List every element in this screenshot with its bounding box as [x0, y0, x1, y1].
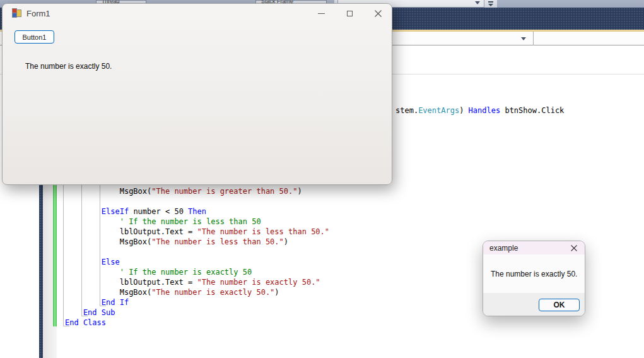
minimize-icon: [318, 13, 325, 14]
code-line: End If: [65, 297, 329, 307]
code-line: End Sub: [65, 307, 329, 318]
ok-button[interactable]: OK: [539, 299, 580, 311]
code-line: MsgBox("The number is less than 50."): [65, 237, 329, 247]
code-line: ' If the number is less than 50: [65, 217, 329, 227]
form-title: Form1: [26, 9, 50, 18]
maximize-icon: [347, 11, 353, 16]
event-dropdown[interactable]: ⚡ Click: [534, 32, 644, 45]
form1-window: Form1 Button1 The number is exactly 50.: [2, 3, 392, 185]
toolbar-overflow-button[interactable]: [486, 0, 496, 8]
dialog-message: The number is exactly 50.: [491, 270, 577, 278]
code-line: lblOutput.Text = "The number is less tha…: [65, 227, 329, 237]
code-line: ElseIf number < 50 Then: [65, 206, 329, 217]
dialog-footer: OK: [483, 293, 585, 316]
dialog-close-icon: [571, 245, 577, 251]
class-dropdown-caret-icon[interactable]: [521, 37, 526, 40]
code-line: Else: [65, 257, 329, 267]
dialog-titlebar[interactable]: example: [483, 241, 585, 254]
code-line: [65, 196, 329, 206]
sub-declaration-fragment: stem.EventArgs) Handles btnShow.Click: [395, 105, 564, 116]
toolbar-overflow-icon: [488, 1, 493, 3]
code-line: lblOutput.Text = "The number is exactly …: [65, 277, 329, 287]
winforms-app-icon: [12, 8, 21, 18]
close-button[interactable]: [364, 4, 392, 23]
screen: Thread Stack Frame ⚡ Click: [0, 0, 644, 358]
output-label: The number is exactly 50.: [25, 62, 112, 71]
maximize-button[interactable]: [336, 4, 363, 23]
message-dialog: example The number is exactly 50. OK: [483, 241, 585, 316]
code-block: MsgBox("The number is greater than 50.")…: [65, 186, 329, 328]
code-line: MsgBox("The number is greater than 50."): [65, 186, 329, 196]
chevron-down-icon: [475, 1, 480, 4]
dialog-title: example: [489, 244, 518, 253]
code-line: MsgBox("The number is exactly 50."): [65, 287, 329, 297]
code-line: End Class: [65, 318, 329, 328]
minimize-button[interactable]: [307, 4, 335, 23]
code-line: ' If the number is exactly 50: [65, 267, 329, 277]
code-line: [65, 247, 329, 257]
form-titlebar[interactable]: Form1: [3, 4, 392, 23]
button1[interactable]: Button1: [15, 30, 54, 44]
dialog-close-button[interactable]: [566, 241, 582, 254]
close-icon: [375, 10, 382, 17]
